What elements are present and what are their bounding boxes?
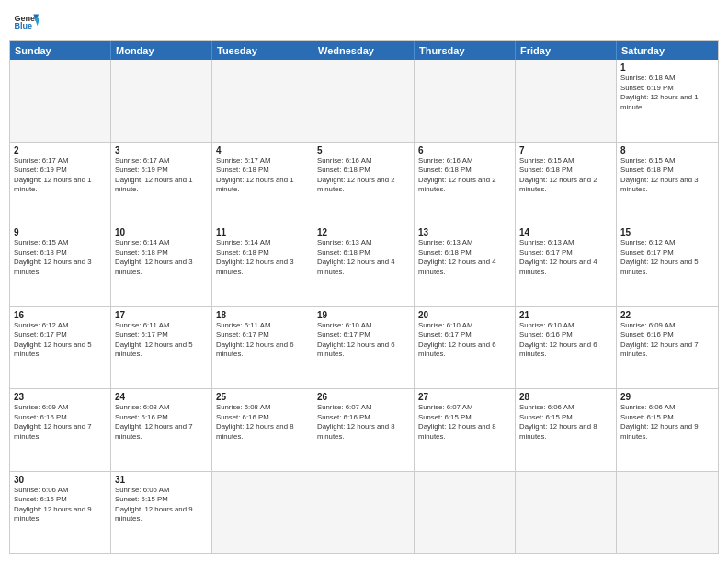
day-number: 7 — [519, 145, 612, 155]
calendar-cell: 21Sunrise: 6:10 AM Sunset: 6:16 PM Dayli… — [516, 307, 617, 389]
cell-sun-info: Sunrise: 6:16 AM Sunset: 6:18 PM Dayligh… — [418, 156, 511, 195]
day-number: 6 — [418, 145, 511, 155]
calendar-cell: 19Sunrise: 6:10 AM Sunset: 6:17 PM Dayli… — [313, 307, 415, 389]
cell-sun-info: Sunrise: 6:12 AM Sunset: 6:17 PM Dayligh… — [14, 321, 107, 360]
day-number: 28 — [519, 392, 612, 402]
day-number: 26 — [317, 392, 410, 402]
logo: General Blue — [13, 9, 39, 35]
calendar-cell — [617, 472, 718, 554]
calendar-row-0: 1Sunrise: 6:18 AM Sunset: 6:19 PM Daylig… — [10, 60, 718, 143]
svg-text:Blue: Blue — [14, 21, 32, 30]
calendar-cell: 16Sunrise: 6:12 AM Sunset: 6:17 PM Dayli… — [10, 307, 111, 389]
day-number: 1 — [620, 63, 714, 73]
calendar-cell: 22Sunrise: 6:09 AM Sunset: 6:16 PM Dayli… — [617, 307, 718, 389]
calendar-row-1: 2Sunrise: 6:17 AM Sunset: 6:19 PM Daylig… — [10, 143, 718, 225]
day-number: 3 — [115, 145, 208, 155]
calendar-cell: 6Sunrise: 6:16 AM Sunset: 6:18 PM Daylig… — [415, 143, 516, 224]
day-number: 29 — [620, 392, 714, 402]
calendar-cell: 28Sunrise: 6:06 AM Sunset: 6:15 PM Dayli… — [516, 389, 617, 471]
cell-sun-info: Sunrise: 6:17 AM Sunset: 6:19 PM Dayligh… — [115, 156, 208, 195]
calendar-cell: 9Sunrise: 6:15 AM Sunset: 6:18 PM Daylig… — [10, 224, 111, 306]
day-number: 23 — [14, 392, 107, 402]
day-number: 30 — [14, 475, 107, 485]
day-number: 9 — [14, 227, 107, 237]
cell-sun-info: Sunrise: 6:11 AM Sunset: 6:17 PM Dayligh… — [115, 321, 208, 360]
cell-sun-info: Sunrise: 6:13 AM Sunset: 6:17 PM Dayligh… — [519, 238, 612, 277]
weekday-header-thursday: Thursday — [415, 41, 516, 60]
cell-sun-info: Sunrise: 6:06 AM Sunset: 6:15 PM Dayligh… — [620, 403, 714, 442]
cell-sun-info: Sunrise: 6:08 AM Sunset: 6:16 PM Dayligh… — [115, 403, 208, 442]
day-number: 4 — [216, 145, 309, 155]
calendar-cell — [313, 60, 415, 142]
calendar-cell: 1Sunrise: 6:18 AM Sunset: 6:19 PM Daylig… — [617, 60, 718, 142]
cell-sun-info: Sunrise: 6:09 AM Sunset: 6:16 PM Dayligh… — [14, 403, 107, 442]
day-number: 31 — [115, 475, 208, 485]
cell-sun-info: Sunrise: 6:07 AM Sunset: 6:15 PM Dayligh… — [418, 403, 511, 442]
calendar-cell: 10Sunrise: 6:14 AM Sunset: 6:18 PM Dayli… — [111, 224, 212, 306]
calendar-cell — [516, 60, 617, 142]
cell-sun-info: Sunrise: 6:17 AM Sunset: 6:19 PM Dayligh… — [14, 156, 107, 195]
weekday-header-tuesday: Tuesday — [212, 41, 313, 60]
calendar-cell — [212, 60, 313, 142]
calendar-cell: 12Sunrise: 6:13 AM Sunset: 6:18 PM Dayli… — [313, 224, 415, 306]
calendar-cell: 7Sunrise: 6:15 AM Sunset: 6:18 PM Daylig… — [516, 143, 617, 224]
weekday-header-wednesday: Wednesday — [313, 41, 415, 60]
calendar-cell — [516, 472, 617, 554]
day-number: 20 — [418, 310, 511, 320]
calendar-cell: 8Sunrise: 6:15 AM Sunset: 6:18 PM Daylig… — [617, 143, 718, 224]
weekday-header-friday: Friday — [516, 41, 617, 60]
day-number: 21 — [519, 310, 612, 320]
calendar-cell: 4Sunrise: 6:17 AM Sunset: 6:18 PM Daylig… — [212, 143, 313, 224]
cell-sun-info: Sunrise: 6:05 AM Sunset: 6:15 PM Dayligh… — [115, 486, 208, 524]
cell-sun-info: Sunrise: 6:07 AM Sunset: 6:16 PM Dayligh… — [317, 403, 410, 442]
cell-sun-info: Sunrise: 6:14 AM Sunset: 6:18 PM Dayligh… — [216, 238, 309, 277]
cell-sun-info: Sunrise: 6:06 AM Sunset: 6:15 PM Dayligh… — [519, 403, 612, 442]
cell-sun-info: Sunrise: 6:15 AM Sunset: 6:18 PM Dayligh… — [620, 156, 714, 195]
calendar-cell: 26Sunrise: 6:07 AM Sunset: 6:16 PM Dayli… — [313, 389, 415, 471]
day-number: 5 — [317, 145, 410, 155]
cell-sun-info: Sunrise: 6:13 AM Sunset: 6:18 PM Dayligh… — [317, 238, 410, 277]
day-number: 18 — [216, 310, 309, 320]
calendar-cell: 18Sunrise: 6:11 AM Sunset: 6:17 PM Dayli… — [212, 307, 313, 389]
page-header: General Blue — [9, 9, 719, 35]
cell-sun-info: Sunrise: 6:13 AM Sunset: 6:18 PM Dayligh… — [418, 238, 511, 277]
day-number: 22 — [620, 310, 714, 320]
calendar-cell — [10, 60, 111, 142]
calendar-cell: 29Sunrise: 6:06 AM Sunset: 6:15 PM Dayli… — [617, 389, 718, 471]
cell-sun-info: Sunrise: 6:12 AM Sunset: 6:17 PM Dayligh… — [620, 238, 714, 277]
cell-sun-info: Sunrise: 6:08 AM Sunset: 6:16 PM Dayligh… — [216, 403, 309, 442]
weekday-header-saturday: Saturday — [617, 41, 718, 60]
day-number: 10 — [115, 227, 208, 237]
calendar-cell: 11Sunrise: 6:14 AM Sunset: 6:18 PM Dayli… — [212, 224, 313, 306]
calendar-row-3: 16Sunrise: 6:12 AM Sunset: 6:17 PM Dayli… — [10, 307, 718, 390]
cell-sun-info: Sunrise: 6:17 AM Sunset: 6:18 PM Dayligh… — [216, 156, 309, 195]
cell-sun-info: Sunrise: 6:09 AM Sunset: 6:16 PM Dayligh… — [620, 321, 714, 360]
cell-sun-info: Sunrise: 6:06 AM Sunset: 6:15 PM Dayligh… — [14, 486, 107, 524]
cell-sun-info: Sunrise: 6:10 AM Sunset: 6:16 PM Dayligh… — [519, 321, 612, 360]
calendar-cell: 27Sunrise: 6:07 AM Sunset: 6:15 PM Dayli… — [415, 389, 516, 471]
day-number: 13 — [418, 227, 511, 237]
calendar-cell — [415, 60, 516, 142]
cell-sun-info: Sunrise: 6:14 AM Sunset: 6:18 PM Dayligh… — [115, 238, 208, 277]
calendar-cell — [111, 60, 212, 142]
day-number: 17 — [115, 310, 208, 320]
day-number: 14 — [519, 227, 612, 237]
calendar-cell: 14Sunrise: 6:13 AM Sunset: 6:17 PM Dayli… — [516, 224, 617, 306]
cell-sun-info: Sunrise: 6:15 AM Sunset: 6:18 PM Dayligh… — [519, 156, 612, 195]
day-number: 8 — [620, 145, 714, 155]
cell-sun-info: Sunrise: 6:10 AM Sunset: 6:17 PM Dayligh… — [418, 321, 511, 360]
cell-sun-info: Sunrise: 6:15 AM Sunset: 6:18 PM Dayligh… — [14, 238, 107, 277]
day-number: 15 — [620, 227, 714, 237]
cell-sun-info: Sunrise: 6:10 AM Sunset: 6:17 PM Dayligh… — [317, 321, 410, 360]
calendar-row-5: 30Sunrise: 6:06 AM Sunset: 6:15 PM Dayli… — [10, 472, 718, 554]
day-number: 25 — [216, 392, 309, 402]
calendar-cell: 13Sunrise: 6:13 AM Sunset: 6:18 PM Dayli… — [415, 224, 516, 306]
calendar-cell: 24Sunrise: 6:08 AM Sunset: 6:16 PM Dayli… — [111, 389, 212, 471]
calendar-body: 1Sunrise: 6:18 AM Sunset: 6:19 PM Daylig… — [10, 60, 718, 553]
weekday-header-sunday: Sunday — [10, 41, 111, 60]
calendar-cell: 25Sunrise: 6:08 AM Sunset: 6:16 PM Dayli… — [212, 389, 313, 471]
calendar-row-4: 23Sunrise: 6:09 AM Sunset: 6:16 PM Dayli… — [10, 389, 718, 472]
logo-icon: General Blue — [13, 9, 39, 35]
day-number: 19 — [317, 310, 410, 320]
calendar-cell: 5Sunrise: 6:16 AM Sunset: 6:18 PM Daylig… — [313, 143, 415, 224]
